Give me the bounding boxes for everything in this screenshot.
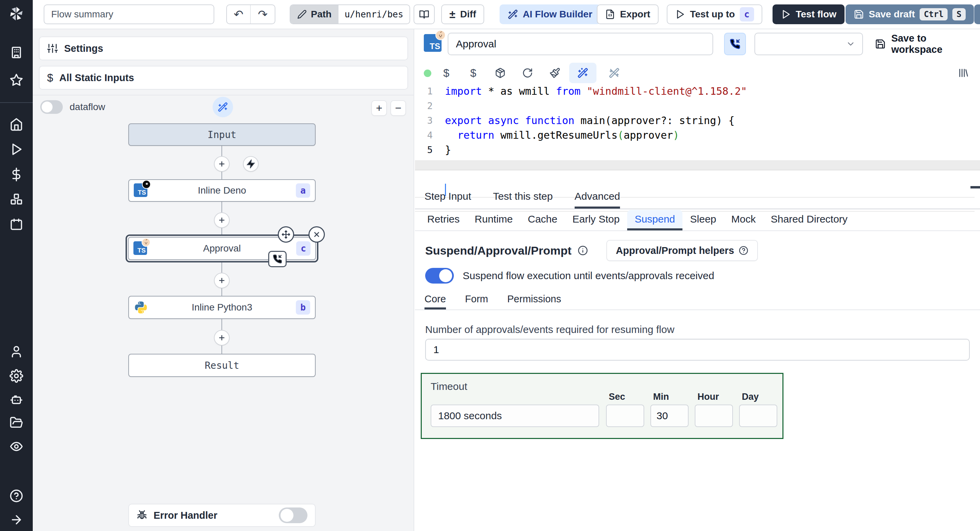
runs-icon[interactable] xyxy=(10,143,23,156)
timeout-day-input[interactable] xyxy=(739,404,777,427)
undo-button[interactable]: ↶ xyxy=(227,5,251,24)
variables-icon[interactable] xyxy=(10,168,23,181)
subtab-cache[interactable]: Cache xyxy=(520,210,565,230)
deploy-button-partial[interactable] xyxy=(974,5,980,24)
ai-flow-builder-label: AI Flow Builder xyxy=(523,9,592,20)
play-icon xyxy=(781,9,791,19)
format-brush-button[interactable] xyxy=(549,67,561,79)
node-label: Input xyxy=(134,129,310,140)
zoom-in-button[interactable]: + xyxy=(371,100,387,116)
subtab-retries[interactable]: Retries xyxy=(420,210,467,230)
flow-node-input[interactable]: Input xyxy=(128,124,316,146)
tab-form[interactable]: Form xyxy=(465,290,488,309)
all-static-inputs-button[interactable]: $ All Static Inputs xyxy=(39,66,408,90)
insert-step-button[interactable] xyxy=(214,156,230,172)
zoom-out-button[interactable]: − xyxy=(390,100,406,116)
dataflow-toggle[interactable] xyxy=(40,100,63,114)
suspend-phone-button[interactable] xyxy=(724,33,746,55)
export-label: Export xyxy=(620,9,651,20)
dollar-icon: $ xyxy=(47,71,53,84)
code-editor[interactable]: 1import * as wmill from "windmill-client… xyxy=(415,84,980,160)
library-button[interactable] xyxy=(957,67,969,79)
workers-bot-icon[interactable] xyxy=(10,393,23,406)
tab-core[interactable]: Core xyxy=(425,290,446,309)
insert-trigger-button[interactable] xyxy=(243,156,259,172)
timeout-total-input[interactable] xyxy=(431,404,599,427)
approvals-count-input[interactable] xyxy=(425,339,970,361)
test-up-to-label: Test up to xyxy=(690,9,735,20)
step-name-input[interactable] xyxy=(448,33,713,55)
package-button[interactable] xyxy=(494,67,506,79)
insert-resource-button[interactable]: $ xyxy=(467,67,479,79)
undo-icon: ↶ xyxy=(234,8,243,21)
subtab-early-stop[interactable]: Early Stop xyxy=(565,210,627,230)
insert-step-button[interactable] xyxy=(214,212,230,228)
flow-settings-button[interactable]: Settings xyxy=(39,36,408,60)
insert-variable-button[interactable]: $ xyxy=(440,67,452,79)
approval-prompt-helpers-button[interactable]: Approval/Prompt helpers xyxy=(606,240,758,261)
tab-advanced[interactable]: Advanced xyxy=(574,186,620,209)
resources-icon[interactable] xyxy=(10,193,23,206)
reload-button[interactable] xyxy=(522,67,534,79)
ai-assistant-off-button[interactable] xyxy=(608,67,620,79)
path-control[interactable]: Path u/henri/bes xyxy=(290,5,410,24)
schedules-icon[interactable] xyxy=(10,217,23,231)
move-node-button[interactable] xyxy=(278,226,294,243)
timeout-hour-input[interactable] xyxy=(695,404,733,427)
save-to-workspace-button[interactable]: Save to workspace xyxy=(875,35,980,52)
subtab-shared-directory[interactable]: Shared Directory xyxy=(763,210,855,230)
folders-icon[interactable] xyxy=(10,416,23,430)
settings-gear-icon[interactable] xyxy=(10,369,23,383)
ai-assistant-wand-button[interactable] xyxy=(569,63,597,83)
docs-book-button[interactable] xyxy=(414,5,435,24)
code-line: 2 xyxy=(415,98,980,113)
tab-step-input[interactable]: Step Input xyxy=(425,186,471,209)
export-button[interactable]: Export xyxy=(597,5,659,24)
all-static-inputs-label: All Static Inputs xyxy=(59,72,134,84)
save-draft-button[interactable]: Save draft Ctrl S xyxy=(846,5,974,24)
favorites-star-icon[interactable] xyxy=(10,73,23,87)
timeout-sec-input[interactable] xyxy=(606,404,644,427)
flow-summary-input[interactable] xyxy=(44,5,214,24)
tab-permissions[interactable]: Permissions xyxy=(508,290,561,309)
insert-step-button[interactable] xyxy=(214,273,230,288)
test-up-to-button[interactable]: Test up to c xyxy=(667,5,762,24)
python-icon xyxy=(134,300,148,315)
home-icon[interactable] xyxy=(10,117,23,131)
test-flow-button[interactable]: Test flow xyxy=(773,5,845,24)
help-circle-icon xyxy=(739,246,748,255)
suspend-toggle[interactable] xyxy=(425,268,454,284)
script-version-select[interactable] xyxy=(754,33,863,55)
bug-icon xyxy=(137,510,147,521)
error-handler-card[interactable]: Error Handler xyxy=(128,504,316,527)
subtab-sleep[interactable]: Sleep xyxy=(682,210,724,230)
diff-button[interactable]: ± Diff xyxy=(441,5,484,24)
tab-test-this-step[interactable]: Test this step xyxy=(493,186,553,209)
step-tabs: Step Input Test this step Advanced xyxy=(415,186,980,209)
diff-label: Diff xyxy=(460,9,476,20)
insert-step-button[interactable] xyxy=(214,330,230,346)
flow-node-inline-deno[interactable]: TS Inline Deno a xyxy=(128,179,316,202)
redo-button[interactable]: ↷ xyxy=(251,5,275,24)
expand-sidebar-arrow-icon[interactable] xyxy=(10,513,23,526)
subtab-runtime[interactable]: Runtime xyxy=(467,210,520,230)
ai-graph-wand-button[interactable] xyxy=(213,97,233,117)
code-line: 5} xyxy=(415,143,980,157)
ai-flow-builder-button[interactable]: AI Flow Builder xyxy=(500,5,601,24)
users-icon[interactable] xyxy=(10,345,23,358)
path-edit-segment[interactable]: Path xyxy=(290,5,339,24)
audit-logs-eye-icon[interactable] xyxy=(10,440,23,453)
subtab-mock[interactable]: Mock xyxy=(724,210,763,230)
subtab-suspend[interactable]: Suspend xyxy=(627,210,682,230)
plus-icon: + xyxy=(376,102,382,114)
info-icon[interactable] xyxy=(578,246,588,255)
timeout-min-input[interactable] xyxy=(651,404,689,427)
approval-suspend-phone-badge[interactable] xyxy=(268,251,286,267)
flow-node-result[interactable]: Result xyxy=(128,354,316,377)
error-handler-toggle[interactable] xyxy=(279,507,307,523)
delete-node-button[interactable] xyxy=(309,226,325,243)
help-icon[interactable] xyxy=(10,489,23,503)
workspace-icon[interactable] xyxy=(10,46,23,59)
windmill-logo-icon[interactable] xyxy=(8,5,25,22)
flow-node-inline-python3[interactable]: Inline Python3 b xyxy=(128,296,316,319)
